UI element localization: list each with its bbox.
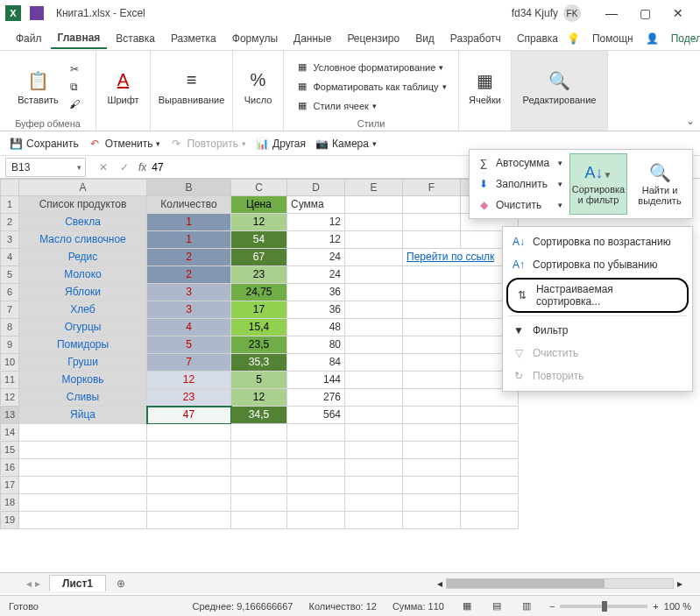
cell-D9[interactable]: 80 [287,336,345,354]
scroll-thumb[interactable] [447,579,605,588]
chevron-down-icon[interactable]: ▾ [77,163,81,172]
cell-B4[interactable]: 2 [147,249,231,266]
cell-D14[interactable] [287,424,345,442]
sort-ascending-item[interactable]: A↓Сортировка по возрастанию [503,230,692,253]
col-header-A[interactable]: A [19,179,147,196]
cell-F11[interactable] [403,372,461,389]
cell-C6[interactable]: 24,75 [231,284,287,301]
cell-E19[interactable] [345,512,403,529]
cell-E16[interactable] [345,459,403,477]
row-header-13[interactable]: 13 [0,407,19,424]
cell-F2[interactable] [403,214,461,231]
cell-B16[interactable] [147,459,231,477]
cell-D2[interactable]: 12 [287,214,345,231]
cell-D16[interactable] [287,459,345,477]
row-header-14[interactable]: 14 [0,424,19,442]
row-header-4[interactable]: 4 [0,249,19,266]
cell-E1[interactable] [345,196,403,214]
cell-G12[interactable] [461,389,519,407]
cell-A15[interactable] [19,442,147,459]
zoom-in-button[interactable]: + [653,601,658,612]
cell-D12[interactable]: 276 [287,389,345,407]
row-header-12[interactable]: 12 [0,389,19,407]
cell-F17[interactable] [403,477,461,494]
cell-A18[interactable] [19,494,147,512]
cell-F10[interactable] [403,354,461,372]
cell-A1[interactable]: Список продуктов [19,196,147,214]
cell-B7[interactable]: 3 [147,301,231,319]
row-header-3[interactable]: 3 [0,231,19,249]
row-header-19[interactable]: 19 [0,512,19,529]
cell-D19[interactable] [287,512,345,529]
add-sheet-button[interactable]: ⊕ [111,575,131,592]
cell-E11[interactable] [345,372,403,389]
cell-F13[interactable] [403,407,461,424]
cell-A14[interactable] [19,424,147,442]
row-header-17[interactable]: 17 [0,477,19,494]
autosum-button[interactable]: ∑Автосумма▾ [473,153,566,173]
row-header-11[interactable]: 11 [0,372,19,389]
fill-button[interactable]: ⬇Заполнить▾ [473,174,566,194]
find-select-button[interactable]: 🔍 Найти и выделить [631,153,689,215]
alignment-button[interactable]: ≡Выравнивание [155,67,229,107]
hyperlink[interactable]: Перейти по ссылк [407,251,494,263]
cell-E6[interactable] [345,284,403,301]
cell-F18[interactable] [403,494,461,512]
cell-C2[interactable]: 12 [231,214,287,231]
cell-B17[interactable] [147,477,231,494]
cell-A11[interactable]: Морковь [19,372,147,389]
cell-B9[interactable]: 5 [147,336,231,354]
cell-C7[interactable]: 17 [231,301,287,319]
cell-C15[interactable] [231,442,287,459]
cell-E10[interactable] [345,354,403,372]
cell-E5[interactable] [345,266,403,284]
row-header-5[interactable]: 5 [0,266,19,284]
accept-icon[interactable]: ✓ [117,160,131,174]
row-header-1[interactable]: 1 [0,196,19,214]
cell-B19[interactable] [147,512,231,529]
cell-C1[interactable]: Цена [231,196,287,214]
format-as-table-button[interactable]: ▦Форматировать как таблицу▾ [295,80,446,94]
cell-C8[interactable]: 15,4 [231,319,287,336]
cell-D10[interactable]: 84 [287,354,345,372]
col-header-F[interactable]: F [403,179,461,196]
col-header-B[interactable]: B [147,179,231,196]
cell-D11[interactable]: 144 [287,372,345,389]
cell-G14[interactable] [461,424,519,442]
tab-view[interactable]: Вид [408,29,442,48]
sheet-nav-next[interactable]: ▸ [35,577,40,590]
cell-A6[interactable]: Яблоки [19,284,147,301]
user-avatar[interactable]: FK [563,4,581,22]
cell-F7[interactable] [403,301,461,319]
cell-E12[interactable] [345,389,403,407]
cell-B11[interactable]: 12 [147,372,231,389]
page-layout-icon[interactable]: ▤ [490,599,504,613]
sort-descending-item[interactable]: A↑Сортировка по убыванию [503,253,692,276]
tab-home[interactable]: Главная [51,28,108,49]
sheet-tab-1[interactable]: Лист1 [49,575,106,591]
cell-D6[interactable]: 36 [287,284,345,301]
cell-C5[interactable]: 23 [231,266,287,284]
save-icon[interactable] [30,6,44,20]
cell-B6[interactable]: 3 [147,284,231,301]
row-header-2[interactable]: 2 [0,214,19,231]
cell-A13[interactable]: Яйца [19,407,147,424]
cell-C10[interactable]: 35,3 [231,354,287,372]
tab-formulas[interactable]: Формулы [225,29,285,48]
cell-E13[interactable] [345,407,403,424]
cell-E14[interactable] [345,424,403,442]
maximize-button[interactable]: ▢ [628,1,661,25]
cancel-icon[interactable]: ✕ [96,160,110,174]
cell-A17[interactable] [19,477,147,494]
cell-F1[interactable] [403,196,461,214]
cell-D1[interactable]: Сумма [287,196,345,214]
cell-D15[interactable] [287,442,345,459]
cut-icon[interactable]: ✂ [67,62,81,76]
cell-F15[interactable] [403,442,461,459]
cell-A8[interactable]: Огурцы [19,319,147,336]
collapse-ribbon-icon[interactable]: ⌄ [686,115,695,127]
cell-F14[interactable] [403,424,461,442]
cell-G19[interactable] [461,512,519,529]
row-header-16[interactable]: 16 [0,459,19,477]
cell-D7[interactable]: 36 [287,301,345,319]
